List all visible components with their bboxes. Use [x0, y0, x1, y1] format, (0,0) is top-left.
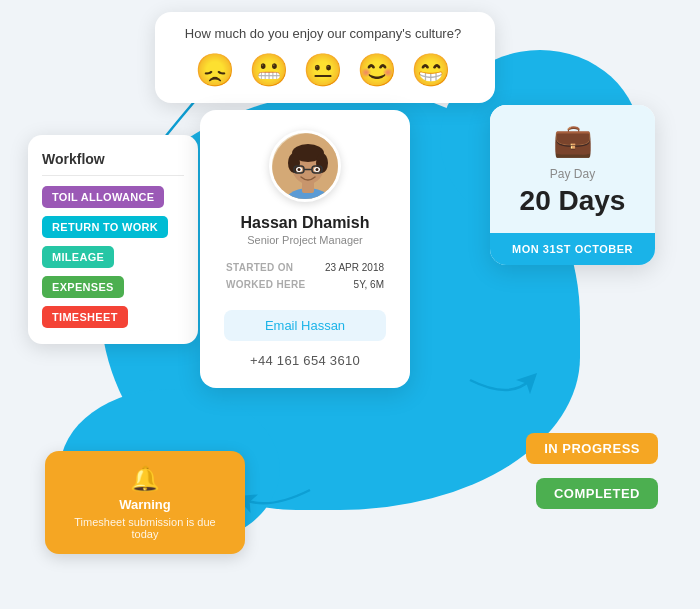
payday-date: MON 31ST OCTOBER	[500, 243, 645, 255]
scene: How much do you enjoy our company's cult…	[0, 0, 700, 609]
phone-number: +44 161 654 3610	[224, 353, 386, 368]
warning-icon: 🔔	[63, 465, 227, 493]
email-button[interactable]: Email Hassan	[224, 310, 386, 341]
worked-value: 5Y, 6M	[354, 279, 384, 290]
in-progress-badge: IN PROGRESS	[526, 433, 658, 464]
emoji-1[interactable]: 😞	[195, 51, 235, 89]
badge-return-to-work[interactable]: RETURN TO WORK	[42, 216, 168, 238]
emoji-5[interactable]: 😁	[411, 51, 451, 89]
payday-bottom: MON 31ST OCTOBER	[490, 233, 655, 265]
profile-card: Hassan Dhamish Senior Project Manager ST…	[200, 110, 410, 388]
wallet-icon: 💼	[553, 121, 593, 159]
profile-info: STARTED ON 23 APR 2018 WORKED HERE 5Y, 6…	[224, 260, 386, 298]
badge-toil-allowance[interactable]: TOIL ALLOWANCE	[42, 186, 164, 208]
avatar	[269, 130, 341, 202]
emoji-2[interactable]: 😬	[249, 51, 289, 89]
profile-name: Hassan Dhamish	[224, 214, 386, 232]
profile-title: Senior Project Manager	[224, 234, 386, 246]
workflow-items: TOIL ALLOWANCE RETURN TO WORK MILEAGE EX…	[42, 186, 184, 328]
emoji-3[interactable]: 😐	[303, 51, 343, 89]
started-value: 23 APR 2018	[325, 262, 384, 273]
warning-text: Timesheet submission is due today	[63, 516, 227, 540]
payday-card: 💼 Pay Day 20 Days MON 31ST OCTOBER	[490, 105, 655, 265]
warning-title: Warning	[63, 497, 227, 512]
completed-badge: COMPLETED	[536, 478, 658, 509]
svg-point-13	[316, 168, 319, 171]
emoji-row: 😞 😬 😐 😊 😁	[195, 51, 451, 89]
badge-mileage[interactable]: MILEAGE	[42, 246, 114, 268]
payday-days: 20 Days	[520, 185, 626, 217]
warning-card: 🔔 Warning Timesheet submission is due to…	[45, 451, 245, 554]
survey-card: How much do you enjoy our company's cult…	[155, 12, 495, 103]
emoji-4[interactable]: 😊	[357, 51, 397, 89]
survey-question: How much do you enjoy our company's cult…	[185, 26, 461, 41]
svg-point-12	[298, 168, 301, 171]
payday-top: 💼 Pay Day 20 Days	[490, 105, 655, 233]
workflow-card: Workflow TOIL ALLOWANCE RETURN TO WORK M…	[28, 135, 198, 344]
workflow-title: Workflow	[42, 151, 184, 176]
worked-label: WORKED HERE	[226, 279, 305, 290]
badge-timesheet[interactable]: TIMESHEET	[42, 306, 128, 328]
started-label: STARTED ON	[226, 262, 293, 273]
badge-expenses[interactable]: EXPENSES	[42, 276, 124, 298]
payday-label: Pay Day	[550, 167, 595, 181]
